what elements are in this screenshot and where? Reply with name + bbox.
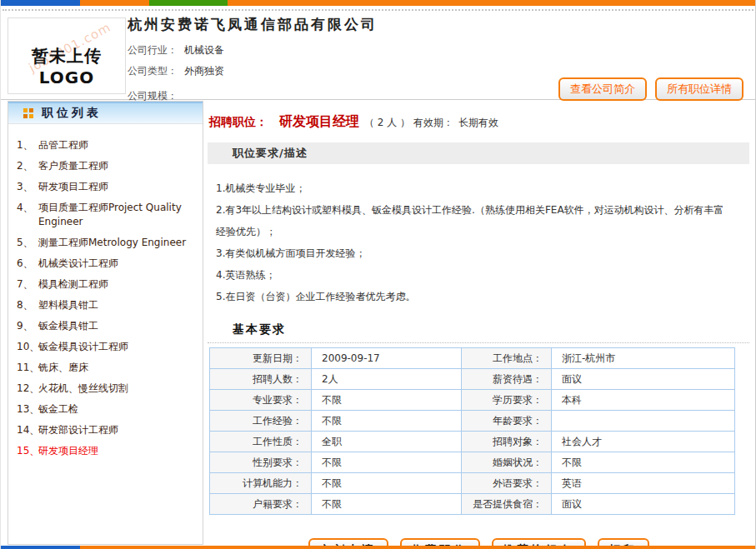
table-label: 性别要求： — [210, 452, 312, 473]
company-industry-value: 机械设备 — [184, 44, 224, 56]
table-value: 社会人才 — [552, 432, 735, 452]
all-jobs-detail-button[interactable]: 所有职位详情 — [655, 77, 743, 101]
table-row: 户籍要求： 不限 是否提供食宿： 面议 — [210, 494, 735, 515]
sidebar-item-15-current[interactable]: 15、研发项目经理 — [17, 441, 198, 462]
company-type-label: 公司类型： — [128, 65, 178, 77]
grid-icon — [23, 108, 33, 118]
sidebar-item-8[interactable]: 8、塑料模具钳工 — [17, 295, 198, 316]
table-label: 工作地点： — [462, 348, 552, 369]
job-list-header: 职位列表 — [8, 102, 203, 124]
page: job1001.com 暂未上传LOGO 杭州安费诺飞凤通信部品有限公司 公司行… — [0, 0, 756, 549]
bar-segment-blue — [1, 0, 80, 6]
job-headcount: （ 2 人 ） — [364, 117, 410, 128]
item-label: 火花机、慢丝线切割 — [38, 382, 198, 396]
sidebar-item-4[interactable]: 4、项目质量工程师Project Quality Engineer — [17, 197, 198, 232]
sidebar-item-7[interactable]: 7、模具检测工程师 — [17, 274, 198, 295]
bar-segment-orange — [80, 546, 755, 549]
description-line: 2.有3年以上结构设计或塑料模具、钣金模具设计工作经验.（熟练使用相关FEA软件… — [216, 199, 724, 242]
sidebar-item-1[interactable]: 1、品管工程师 — [17, 135, 198, 156]
item-number: 11、 — [17, 361, 38, 375]
company-name: 杭州安费诺飞凤通信部品有限公司 — [128, 15, 378, 34]
table-value: 不限 — [312, 452, 462, 473]
company-type-row: 公司类型：外商独资 — [128, 64, 224, 78]
table-value: 浙江-杭州市 — [552, 348, 735, 369]
sidebar-item-2[interactable]: 2、客户质量工程师 — [17, 156, 198, 177]
description-line: 5.在日资（台资）企业工作经验者优先考虑。 — [216, 286, 724, 307]
item-label: 研发项目工程师 — [38, 180, 198, 194]
item-number: 9、 — [17, 319, 38, 333]
company-industry-label: 公司行业： — [128, 44, 178, 56]
sidebar-item-13[interactable]: 13、钣金工检 — [17, 399, 198, 420]
description-line: 1.机械类专业毕业； — [216, 177, 724, 199]
table-value: 2009-09-17 — [312, 348, 462, 369]
item-label: 铣床、磨床 — [38, 361, 198, 375]
table-label: 工作经验： — [210, 411, 312, 432]
item-label: 钣金模具设计工程师 — [38, 340, 198, 354]
table-value: 本科 — [552, 390, 735, 411]
sidebar-item-14[interactable]: 14、研发部设计工程师 — [17, 420, 198, 441]
validity-value: 长期有效 — [458, 117, 498, 128]
table-value: 2人 — [312, 369, 462, 390]
item-number: 8、 — [17, 298, 38, 312]
table-value — [552, 411, 735, 432]
table-row: 招聘人数： 2人 薪资待遇： 面议 — [210, 369, 735, 390]
table-value: 英语 — [552, 473, 735, 494]
description-line: 4.英语熟练； — [216, 264, 724, 286]
bar-segment-orange-long — [228, 0, 755, 6]
company-header: job1001.com 暂未上传LOGO 杭州安费诺飞凤通信部品有限公司 公司行… — [1, 11, 755, 100]
company-size-label: 公司规模： — [128, 90, 178, 102]
table-label: 更新日期： — [210, 348, 312, 369]
table-label: 外语要求： — [462, 473, 552, 494]
sidebar-item-10[interactable]: 10、钣金模具设计工程师 — [17, 337, 198, 357]
description-line: 3.有类似机械方面项目开发经验； — [216, 242, 724, 264]
table-value: 不限 — [312, 390, 462, 411]
item-number: 12、 — [17, 382, 38, 396]
table-value: 全职 — [312, 432, 462, 452]
job-list: 1、品管工程师 2、客户质量工程师 3、研发项目工程师 4、项目质量工程师Pro… — [8, 124, 203, 462]
company-type-value: 外商独资 — [184, 65, 224, 77]
sidebar-item-6[interactable]: 6、机械类设计工程师 — [17, 253, 198, 274]
table-row: 性别要求： 不限 婚姻状况： 不限 — [210, 452, 735, 473]
item-number: 10、 — [17, 340, 38, 354]
table-label: 学历要求： — [462, 390, 552, 411]
sidebar-item-5[interactable]: 5、测量工程师Metrology Engineer — [17, 232, 198, 253]
sidebar-item-3[interactable]: 3、研发项目工程师 — [17, 177, 198, 197]
table-row: 更新日期： 2009-09-17 工作地点： 浙江-杭州市 — [210, 348, 735, 369]
header-buttons: 查看公司简介 所有职位详情 — [558, 77, 743, 101]
bar-segment-orange — [80, 0, 149, 6]
table-row: 工作性质： 全职 招聘对象： 社会人才 — [210, 432, 735, 452]
item-label: 模具检测工程师 — [38, 277, 198, 292]
table-value: 不限 — [312, 411, 462, 432]
basic-dotted-rule — [208, 342, 749, 343]
job-list-title: 职位列表 — [42, 106, 102, 121]
table-label: 户籍要求： — [210, 494, 312, 515]
item-number: 2、 — [17, 159, 38, 173]
table-label: 计算机能力： — [210, 473, 312, 494]
item-number: 4、 — [17, 201, 38, 229]
job-title: 研发项目经理 — [279, 113, 359, 129]
item-number: 15、 — [17, 444, 38, 458]
view-company-intro-button[interactable]: 查看公司简介 — [558, 77, 647, 101]
section-basic-header: 基本要求 — [233, 322, 749, 337]
item-label: 研发项目经理 — [38, 444, 198, 458]
company-logo-placeholder: job1001.com 暂未上传LOGO — [8, 17, 126, 94]
sidebar-item-11[interactable]: 11、铣床、磨床 — [17, 357, 198, 378]
table-row: 工作经验： 不限 年龄要求： — [210, 411, 735, 432]
table-label: 是否提供食宿： — [462, 494, 552, 515]
item-number: 1、 — [17, 138, 38, 152]
job-list-sidebar: 职位列表 1、品管工程师 2、客户质量工程师 3、研发项目工程师 4、项目质量工… — [8, 101, 203, 545]
sidebar-item-9[interactable]: 9、钣金模具钳工 — [17, 316, 198, 337]
table-value: 不限 — [312, 473, 462, 494]
item-label: 项目质量工程师Project Quality Engineer — [38, 201, 198, 229]
bar-segment-blue — [1, 546, 80, 549]
job-title-line: 招聘职位：研发项目经理（ 2 人 ）有效期：长期有效 — [209, 113, 749, 131]
job-title-label: 招聘职位： — [209, 115, 268, 128]
validity-label: 有效期： — [413, 117, 453, 128]
top-color-bar — [1, 0, 755, 6]
item-number: 3、 — [17, 180, 38, 194]
table-label: 专业要求： — [210, 390, 312, 411]
table-label: 工作性质： — [210, 432, 312, 452]
table-label: 招聘人数： — [210, 369, 312, 390]
sidebar-item-12[interactable]: 12、火花机、慢丝线切割 — [17, 378, 198, 399]
item-label: 钣金模具钳工 — [38, 319, 198, 333]
